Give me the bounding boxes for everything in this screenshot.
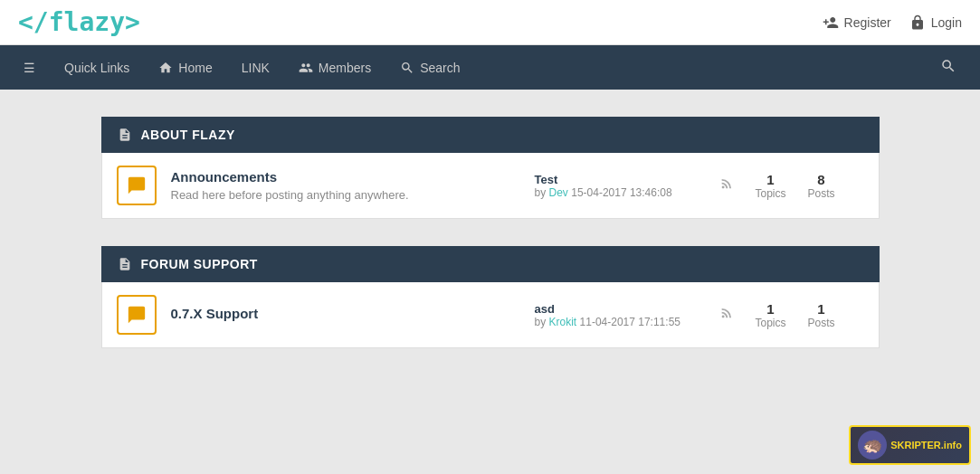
- forum-title-announcements[interactable]: Announcements: [171, 169, 520, 185]
- last-post-date-announcements: 15-04-2017 13:46:08: [571, 186, 671, 199]
- forum-last-support: asd by Krokit 11-04-2017 17:11:55: [535, 302, 698, 328]
- section-doc-icon-2: [118, 257, 132, 271]
- posts-label: Posts: [808, 187, 835, 200]
- section-forum-support: FORUM SUPPORT 0.7.X Support asd by Kroki…: [101, 246, 880, 348]
- posts-stat-announcements: 8 Posts: [808, 172, 835, 200]
- nav-menu-icon[interactable]: ☰: [9, 48, 50, 88]
- register-label: Register: [844, 15, 891, 30]
- rss-icon-support: [719, 306, 734, 324]
- nav-link[interactable]: LINK: [227, 48, 284, 88]
- login-label: Login: [931, 15, 962, 30]
- forum-stats-announcements: 1 Topics 8 Posts: [756, 172, 864, 200]
- last-post-title-support: asd: [535, 302, 698, 316]
- search-nav-icon: [400, 61, 414, 75]
- topics-count-announcements: 1: [756, 172, 786, 187]
- top-bar: </flazy> Register Login: [0, 0, 980, 45]
- hamburger-icon: ☰: [24, 61, 35, 75]
- topics-stat-announcements: 1 Topics: [756, 172, 786, 200]
- nav-home[interactable]: Home: [144, 48, 226, 88]
- forum-last-announcements: Test by Dev 15-04-2017 13:46:08: [535, 173, 698, 199]
- link-label: LINK: [242, 61, 270, 75]
- quick-links-label: Quick Links: [64, 61, 129, 75]
- rss-icon-announcements: [719, 176, 734, 194]
- posts-count-announcements: 8: [808, 172, 835, 187]
- nav-search-right[interactable]: [926, 45, 971, 90]
- topics-count-support: 1: [756, 301, 786, 317]
- last-post-title-announcements: Test: [535, 173, 698, 186]
- register-link[interactable]: Register: [823, 14, 891, 31]
- section-about-header: ABOUT FLAZY: [101, 117, 880, 153]
- forum-info-support: 0.7.X Support: [171, 306, 520, 325]
- members-label: Members: [319, 61, 371, 75]
- chat-icon-2: [127, 305, 147, 325]
- section-support-title: FORUM SUPPORT: [141, 257, 258, 271]
- section-doc-icon: [118, 128, 132, 142]
- posts-label-2: Posts: [808, 317, 835, 329]
- forum-title-support[interactable]: 0.7.X Support: [171, 306, 520, 321]
- main-content: ABOUT FLAZY Announcements Read here befo…: [83, 117, 898, 348]
- site-logo: </flazy>: [18, 7, 140, 37]
- top-bar-actions: Register Login: [823, 14, 962, 31]
- person-add-icon: [823, 14, 839, 31]
- chat-icon: [127, 175, 147, 195]
- section-about-flazy: ABOUT FLAZY Announcements Read here befo…: [101, 117, 880, 219]
- last-post-by-support: by Krokit 11-04-2017 17:11:55: [535, 316, 698, 328]
- forum-desc-announcements: Read here before posting anything anywhe…: [171, 188, 520, 202]
- posts-count-support: 1: [808, 301, 835, 317]
- members-icon: [299, 61, 313, 75]
- search-label: Search: [420, 61, 460, 75]
- topics-label-2: Topics: [756, 317, 786, 329]
- section-support-header: FORUM SUPPORT: [101, 246, 880, 282]
- last-post-by-announcements: by Dev 15-04-2017 13:46:08: [535, 186, 698, 199]
- topics-label: Topics: [756, 187, 786, 200]
- home-icon: [158, 61, 173, 75]
- forum-row-support: 0.7.X Support asd by Krokit 11-04-2017 1…: [101, 282, 880, 348]
- posts-stat-support: 1 Posts: [808, 301, 835, 329]
- forum-info-announcements: Announcements Read here before posting a…: [171, 169, 520, 202]
- login-link[interactable]: Login: [909, 14, 962, 31]
- search-right-icon: [940, 58, 956, 74]
- section-about-title: ABOUT FLAZY: [141, 128, 235, 142]
- forum-row-announcements: Announcements Read here before posting a…: [101, 153, 880, 219]
- nav-bar: ☰ Quick Links Home LINK Members Search: [0, 45, 980, 90]
- lock-icon: [909, 14, 926, 31]
- last-post-author-support[interactable]: Krokit: [549, 316, 577, 328]
- nav-members[interactable]: Members: [284, 48, 385, 88]
- nav-quick-links[interactable]: Quick Links: [50, 48, 144, 88]
- forum-stats-support: 1 Topics 1 Posts: [756, 301, 864, 329]
- forum-icon-support: [117, 295, 157, 335]
- topics-stat-support: 1 Topics: [756, 301, 786, 329]
- last-post-author-announcements[interactable]: Dev: [549, 186, 568, 199]
- nav-search[interactable]: Search: [385, 48, 474, 88]
- last-post-date-support: 11-04-2017 17:11:55: [580, 316, 680, 328]
- home-label: Home: [178, 61, 212, 75]
- forum-icon-announcements: [117, 166, 157, 205]
